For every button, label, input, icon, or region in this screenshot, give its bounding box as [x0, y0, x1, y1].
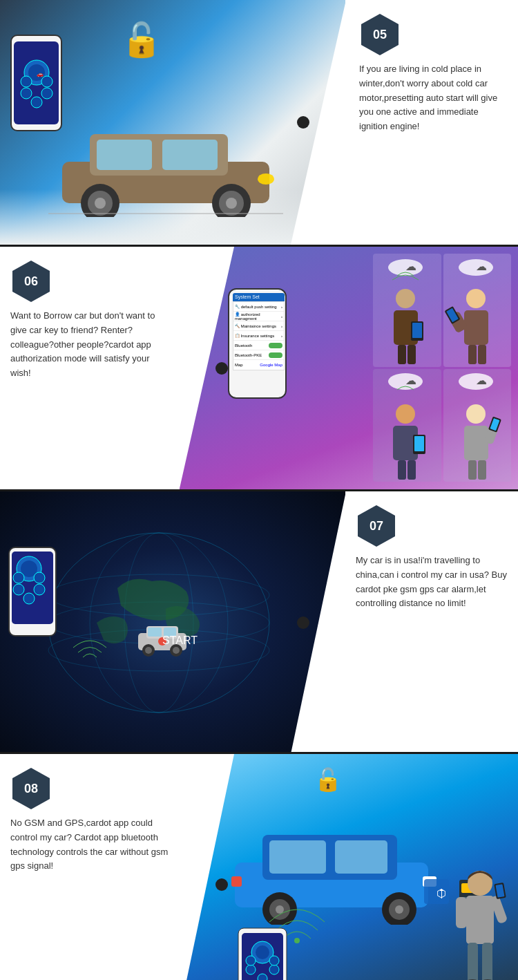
phone-07: [8, 547, 57, 637]
bluetooth-icon-08: ⬡ ⭡: [424, 879, 449, 904]
svg-point-114: [258, 974, 267, 980]
figure-top-left: ☁: [373, 254, 441, 367]
svg-rect-25: [407, 345, 416, 364]
svg-point-88: [395, 905, 403, 914]
section-06-text-area: 06 Want to Borrow car but don't want to …: [0, 247, 180, 489]
svg-point-75: [13, 572, 24, 583]
phone-hand-06: System Set 🔧 default push setting› 👤 aut…: [228, 288, 290, 406]
section-07-description: My car is in usa!i'm travelling to china…: [356, 554, 508, 611]
svg-rect-31: [464, 310, 488, 345]
svg-text:⭡: ⭡: [437, 887, 448, 899]
svg-point-65: [145, 647, 152, 654]
svg-text:☁: ☁: [476, 375, 487, 386]
svg-rect-82: [231, 876, 242, 887]
svg-rect-32: [468, 345, 477, 364]
svg-point-111: [256, 945, 269, 959]
svg-point-19: [41, 76, 52, 87]
lock-icon-05: 🔓: [121, 21, 162, 59]
svg-text:START: START: [162, 634, 198, 646]
svg-point-72: [13, 584, 24, 595]
svg-rect-50: [478, 460, 486, 480]
globe-svg: START: [28, 505, 290, 740]
svg-point-116: [269, 956, 279, 965]
svg-point-17: [31, 97, 42, 108]
svg-point-73: [34, 584, 45, 595]
badge-number-08: 08: [24, 782, 38, 796]
section-08-description: No GSM and GPS,cardot app could control …: [10, 816, 169, 874]
svg-point-16: [41, 88, 52, 99]
svg-point-76: [34, 572, 45, 583]
svg-point-67: [173, 647, 180, 654]
section-07: START: [0, 489, 518, 752]
dot-connector-06: [215, 362, 228, 375]
dot-connector-08: [215, 878, 228, 891]
svg-rect-3: [162, 140, 218, 170]
section-07-text-area: 07 My car is in usa!i'm travelling to ch…: [345, 491, 518, 752]
svg-rect-2: [97, 140, 152, 170]
svg-rect-42: [407, 460, 416, 480]
svg-point-115: [246, 956, 256, 965]
svg-point-6: [95, 198, 106, 209]
section-05-description: If you are living in cold place in winte…: [359, 62, 508, 134]
svg-point-22: [396, 289, 415, 308]
svg-rect-44: [414, 436, 424, 451]
badge-number-05: 05: [373, 28, 387, 42]
svg-text:🚗: 🚗: [37, 70, 44, 77]
section-06-image: System Set 🔧 default push setting› 👤 aut…: [180, 247, 518, 489]
svg-text:☁: ☁: [405, 261, 416, 272]
figure-bottom-left: ☁: [373, 369, 441, 482]
section-08-image: 🔓 ⬡: [180, 754, 518, 980]
svg-rect-104: [482, 943, 492, 980]
badge-number-06: 06: [24, 274, 38, 289]
figures-grid-06: ☁ ☁: [373, 254, 511, 482]
phone-screen-05: 🚗: [14, 41, 59, 124]
svg-point-54: [48, 533, 269, 713]
svg-point-74: [23, 593, 35, 604]
svg-rect-98: [466, 896, 494, 944]
svg-point-10: [258, 173, 274, 185]
svg-rect-33: [478, 345, 486, 364]
section-08: 08 No GSM and GPS,cardot app could contr…: [0, 752, 518, 980]
svg-rect-48: [464, 426, 488, 460]
svg-rect-99: [456, 897, 467, 928]
svg-rect-80: [335, 840, 387, 874]
badge-06: 06: [10, 261, 52, 302]
svg-point-15: [21, 88, 32, 99]
person-08-svg: [452, 863, 508, 980]
section-07-image: START: [0, 491, 345, 752]
svg-rect-24: [398, 345, 406, 364]
figure-top-right: ☁: [443, 254, 512, 367]
svg-point-47: [466, 404, 486, 424]
svg-rect-27: [412, 323, 422, 338]
svg-point-9: [226, 198, 237, 209]
svg-point-30: [466, 289, 486, 308]
badge-08: 08: [10, 768, 52, 809]
svg-point-113: [269, 965, 279, 974]
phone-05: 🚗: [10, 35, 62, 131]
section-05: 🚗 🔓 05 If you are living in cold place i…: [0, 0, 518, 245]
dot-connector-07: [297, 616, 309, 629]
lock-red-08: 🔓: [314, 766, 342, 793]
section-05-image: 🚗 🔓: [0, 0, 345, 245]
phone-hand-08-svg: [228, 925, 297, 980]
figure-bottom-right: ☁: [443, 369, 512, 482]
svg-point-112: [246, 965, 256, 974]
svg-text:☁: ☁: [405, 375, 416, 386]
section-05-text-area: 05 If you are living in cold place in wi…: [345, 0, 518, 245]
badge-07: 07: [356, 505, 397, 547]
car-05-svg: [48, 100, 283, 217]
svg-point-39: [396, 404, 415, 424]
svg-rect-49: [468, 460, 477, 480]
svg-rect-41: [398, 460, 406, 480]
car-08-svg: [228, 821, 449, 925]
section-06-description: Want to Borrow car but don't want to giv…: [10, 309, 169, 381]
svg-rect-103: [468, 943, 478, 980]
svg-rect-79: [269, 840, 326, 874]
svg-text:☁: ☁: [476, 261, 487, 272]
svg-point-18: [21, 76, 32, 87]
svg-rect-62: [148, 628, 162, 637]
section-08-text-area: 08 No GSM and GPS,cardot app could contr…: [0, 754, 180, 980]
dot-connector-05: [297, 116, 309, 129]
badge-number-07: 07: [370, 519, 383, 534]
section-06: 06 Want to Borrow car but don't want to …: [0, 245, 518, 489]
